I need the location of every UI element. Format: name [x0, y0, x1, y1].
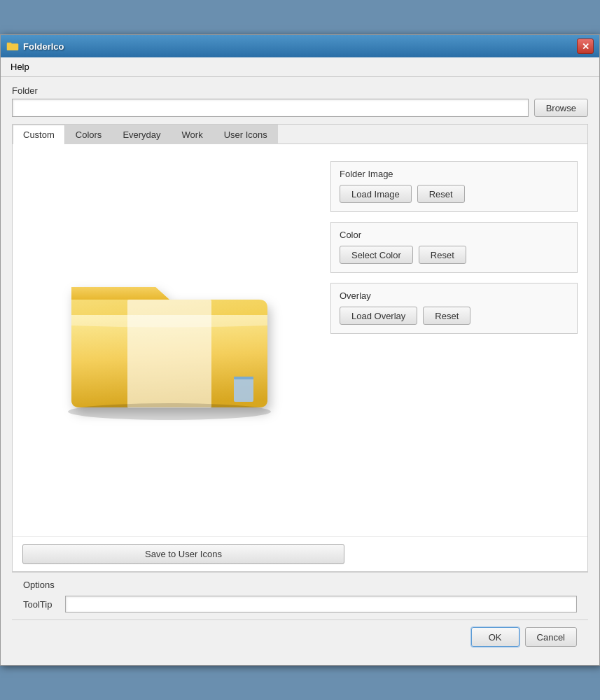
dialog-buttons: OK Cancel: [12, 620, 588, 657]
tabs-header: Custom Colors Everyday Work User Icons: [13, 125, 587, 144]
folder-image-title: Folder Image: [340, 169, 568, 179]
folder-label: Folder: [12, 85, 588, 96]
tooltip-input[interactable]: [65, 596, 577, 612]
svg-rect-1: [7, 43, 19, 50]
folder-section: Folder Browse: [12, 85, 588, 117]
overlay-title: Overlay: [340, 290, 568, 301]
tab-work[interactable]: Work: [172, 125, 214, 144]
save-row: Save to User Icons: [13, 536, 587, 571]
folder-preview: [22, 154, 316, 490]
folder-image-reset-button[interactable]: Reset: [417, 185, 465, 203]
tab-user-icons[interactable]: User Icons: [214, 125, 278, 144]
controls-panel: Folder Image Load Image Reset Color Sele…: [330, 154, 578, 490]
folder-image-buttons: Load Image Reset: [340, 185, 568, 203]
color-reset-button[interactable]: Reset: [419, 246, 466, 264]
close-button[interactable]: ✕: [577, 38, 594, 54]
overlay-buttons: Load Overlay Reset: [340, 307, 568, 325]
close-icon: ✕: [582, 41, 589, 52]
main-window: FolderIco ✕ Help Folder Browse Custom Co…: [0, 34, 600, 666]
menu-item-help[interactable]: Help: [6, 60, 34, 74]
svg-rect-4: [234, 377, 253, 379]
svg-point-6: [68, 403, 271, 420]
folder-row: Browse: [12, 99, 588, 117]
color-buttons: Select Color Reset: [340, 246, 568, 264]
svg-rect-3: [234, 377, 253, 402]
custom-tab-layout: Folder Image Load Image Reset Color Sele…: [22, 154, 578, 490]
overlay-group: Overlay Load Overlay Reset: [330, 283, 578, 334]
save-to-user-icons-button[interactable]: Save to User Icons: [22, 544, 344, 564]
cancel-button[interactable]: Cancel: [525, 627, 577, 647]
options-section: Options ToolTip: [12, 573, 588, 620]
tooltip-row: ToolTip: [23, 596, 577, 612]
tab-content-custom: Folder Image Load Image Reset Color Sele…: [13, 144, 587, 536]
window-title: FolderIco: [23, 41, 64, 52]
color-group: Color Select Color Reset: [330, 222, 578, 273]
menu-bar: Help: [1, 57, 599, 77]
browse-button[interactable]: Browse: [534, 99, 588, 117]
color-title: Color: [340, 230, 568, 240]
tabs-container: Custom Colors Everyday Work User Icons: [12, 124, 588, 572]
load-overlay-button[interactable]: Load Overlay: [340, 307, 417, 325]
folder-image-group: Folder Image Load Image Reset: [330, 161, 578, 212]
folder-input[interactable]: [12, 99, 529, 117]
ok-button[interactable]: OK: [471, 627, 519, 647]
folder-preview-icon: [50, 217, 288, 427]
title-bar: FolderIco ✕: [1, 35, 599, 57]
overlay-reset-button[interactable]: Reset: [423, 307, 470, 325]
options-title: Options: [23, 580, 577, 590]
title-bar-left: FolderIco: [6, 40, 64, 52]
tab-everyday[interactable]: Everyday: [112, 125, 171, 144]
main-content: Folder Browse Custom Colors Everyday Wor…: [1, 77, 599, 665]
select-color-button[interactable]: Select Color: [340, 246, 413, 264]
tooltip-label: ToolTip: [23, 599, 58, 610]
svg-rect-5: [127, 300, 211, 408]
title-bar-folder-icon: [6, 40, 19, 52]
tab-colors[interactable]: Colors: [65, 125, 113, 144]
tab-custom[interactable]: Custom: [13, 125, 65, 144]
load-image-button[interactable]: Load Image: [340, 185, 412, 203]
